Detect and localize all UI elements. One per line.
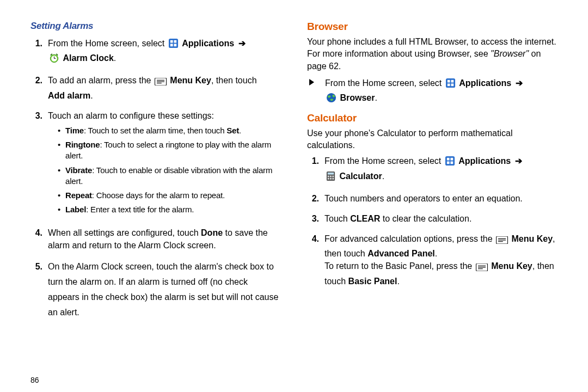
calc-step-3: 3. Touch CLEAR to clear the calculation.	[307, 212, 558, 225]
calc-step-1: 1. From the Home screen, select Applicat…	[307, 155, 558, 184]
calc-steps: 1. From the Home screen, select Applicat…	[307, 155, 558, 287]
bullet-time: Time: Touch to set the alarm time, then …	[58, 125, 281, 136]
browser-intro: Your phone includes a full HTML Browser,…	[307, 36, 558, 72]
step-4: 4. When all settings are configured, tou…	[30, 226, 281, 252]
browser-step: From the Home screen, select Application…	[307, 77, 558, 106]
step-2: 2. To add an alarm, press the Menu Key, …	[30, 74, 281, 101]
bullet-repeat: Repeat: Choose days for the alarm to rep…	[58, 190, 281, 201]
menu-key-icon	[155, 76, 167, 89]
alarm-clock-icon	[49, 53, 59, 66]
apps-icon	[445, 78, 456, 91]
apps-icon	[445, 156, 455, 169]
calc-step-4: 4. For advanced calculation options, pre…	[307, 232, 558, 287]
calc-intro: Use your phone's Calculator to perform m…	[307, 127, 558, 152]
heading-browser: Browser	[307, 21, 558, 33]
step-1: 1. From the Home screen, select Applicat…	[30, 37, 281, 66]
apps-icon	[168, 38, 179, 52]
step-3: 3. Touch an alarm to configure these set…	[30, 109, 281, 219]
globe-icon	[326, 93, 336, 106]
heading-calculator: Calculator	[307, 112, 558, 124]
page-number: 86	[30, 376, 39, 384]
menu-key-icon	[496, 235, 508, 247]
right-column: Browser Your phone includes a full HTML …	[307, 16, 558, 387]
bullet-ringtone: Ringtone: Touch to select a ringtone to …	[58, 139, 281, 162]
manual-page: Setting Alarms 1. From the Home screen, …	[0, 0, 588, 392]
bullet-label: Label: Enter a text title for the alarm.	[58, 204, 281, 215]
triangle-bullet-icon	[309, 79, 314, 85]
heading-setting-alarms: Setting Alarms	[30, 21, 281, 32]
step-5: 5. On the Alarm Clock screen, touch the …	[30, 259, 281, 320]
calc-step-2: 2. Touch numbers and operators to enter …	[307, 192, 558, 205]
left-column: Setting Alarms 1. From the Home screen, …	[30, 16, 281, 387]
bullet-vibrate: Vibrate: Touch to enable or disable vibr…	[58, 165, 281, 187]
calculator-icon	[326, 171, 336, 185]
alarm-steps: 1. From the Home screen, select Applicat…	[30, 37, 281, 320]
alarm-settings-list: Time: Touch to set the alarm time, then …	[58, 125, 281, 216]
menu-key-icon	[476, 262, 488, 274]
